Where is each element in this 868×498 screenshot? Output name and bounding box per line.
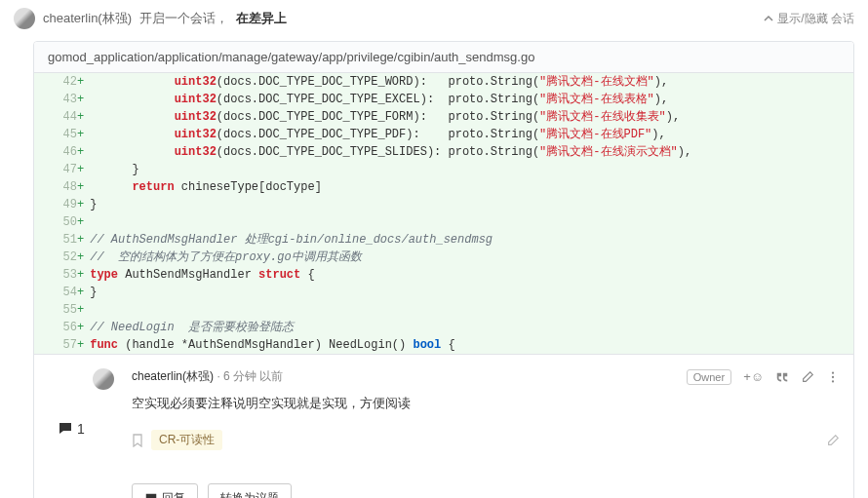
line-number: 57 <box>34 336 77 354</box>
svg-point-1 <box>832 376 834 378</box>
owner-badge: Owner <box>687 369 731 385</box>
line-content: +} <box>77 284 853 301</box>
line-content: + <box>77 301 853 319</box>
code-line: 49+} <box>34 196 853 213</box>
code-line: 46+ uint32(docs.DOC_TYPE_DOC_TYPE_SLIDES… <box>34 143 853 161</box>
line-number: 47 <box>34 161 77 178</box>
line-content: +// AuthSendMsgHandler 处理cgi-bin/online_… <box>77 231 853 249</box>
line-content: +type AuthSendMsgHandler struct { <box>77 266 853 284</box>
line-content: + uint32(docs.DOC_TYPE_DOC_TYPE_SLIDES):… <box>77 143 853 161</box>
edit-icon[interactable] <box>801 369 814 385</box>
line-number: 49 <box>34 196 77 213</box>
thread-target[interactable]: 在差异上 <box>236 10 287 27</box>
code-line: 44+ uint32(docs.DOC_TYPE_DOC_TYPE_FORM):… <box>34 108 853 126</box>
line-number: 53 <box>34 266 77 284</box>
line-number: 46 <box>34 143 77 161</box>
line-number: 55 <box>34 301 77 319</box>
line-number: 54 <box>34 284 77 301</box>
line-content: + uint32(docs.DOC_TYPE_DOC_TYPE_EXCEL): … <box>77 91 853 108</box>
line-content: + uint32(docs.DOC_TYPE_DOC_TYPE_WORD): p… <box>77 73 853 91</box>
line-content: +} <box>77 196 853 213</box>
code-line: 57+func (handle *AuthSendMsgHandler) Nee… <box>34 336 853 354</box>
line-number: 48 <box>34 178 77 196</box>
thread-verb: 开启一个会话， <box>139 10 228 27</box>
tag-chip[interactable]: CR-可读性 <box>151 430 222 450</box>
code-line: 56+// NeedLogin 是否需要校验登陆态 <box>34 319 853 336</box>
avatar <box>93 368 114 390</box>
chevron-up-icon <box>764 14 773 23</box>
code-line: 53+type AuthSendMsgHandler struct { <box>34 266 853 284</box>
comment-time: · 6 分钟 以前 <box>217 369 283 383</box>
svg-point-0 <box>832 372 834 374</box>
code-line: 51+// AuthSendMsgHandler 处理cgi-bin/onlin… <box>34 231 853 249</box>
comment-author[interactable]: cheaterlin(林强) <box>132 369 214 383</box>
thread-author: cheaterlin(林强) <box>43 10 132 27</box>
line-number: 45 <box>34 126 77 143</box>
line-content: +// 空的结构体为了方便在proxy.go中调用其函数 <box>77 249 853 266</box>
svg-point-2 <box>832 381 834 383</box>
convert-issue-button[interactable]: 转换为议题 <box>208 483 292 498</box>
code-table: 42+ uint32(docs.DOC_TYPE_DOC_TYPE_WORD):… <box>34 73 853 354</box>
quote-icon[interactable] <box>775 369 789 385</box>
line-content: +func (handle *AuthSendMsgHandler) NeedL… <box>77 336 853 354</box>
reply-button[interactable]: 回复 <box>132 483 198 498</box>
code-line: 52+// 空的结构体为了方便在proxy.go中调用其函数 <box>34 249 853 266</box>
thread-header: cheaterlin(林强) 开启一个会话， 在差异上 显示/隐藏 会话 <box>0 0 868 37</box>
reply-row: 回复 转换为议题 <box>34 470 853 498</box>
code-line: 50+ <box>34 213 853 231</box>
react-button[interactable]: +☺ <box>743 369 764 384</box>
line-number: 42 <box>34 73 77 91</box>
bookmark-icon[interactable] <box>132 433 143 448</box>
comment-count: 1 <box>58 421 85 437</box>
more-icon[interactable] <box>826 369 840 385</box>
comment-icon <box>58 421 73 437</box>
line-content: + } <box>77 161 853 178</box>
line-content: +// NeedLogin 是否需要校验登陆态 <box>77 319 853 336</box>
line-content: + return chineseType[docType] <box>77 178 853 196</box>
edit-tag-icon[interactable] <box>826 433 840 448</box>
line-number: 43 <box>34 91 77 108</box>
code-line: 42+ uint32(docs.DOC_TYPE_DOC_TYPE_WORD):… <box>34 73 853 91</box>
code-line: 47+ } <box>34 161 853 178</box>
comment-icon <box>144 492 158 499</box>
line-content: + uint32(docs.DOC_TYPE_DOC_TYPE_PDF): pr… <box>77 126 853 143</box>
code-line: 54+} <box>34 284 853 301</box>
comment-box: 1 cheaterlin(林强) · 6 分钟 以前 Owner +☺ <box>34 354 853 470</box>
line-content: + <box>77 213 853 231</box>
line-number: 51 <box>34 231 77 249</box>
code-line: 45+ uint32(docs.DOC_TYPE_DOC_TYPE_PDF): … <box>34 126 853 143</box>
line-number: 56 <box>34 319 77 336</box>
line-number: 52 <box>34 249 77 266</box>
diff-block: gomod_application/application/manage/gat… <box>33 41 854 498</box>
comment-body: 空实现必须要注释说明空实现就是实现，方便阅读 <box>132 395 840 412</box>
avatar <box>14 8 35 29</box>
line-number: 44 <box>34 108 77 126</box>
toggle-thread-button[interactable]: 显示/隐藏 会话 <box>764 11 854 27</box>
code-line: 43+ uint32(docs.DOC_TYPE_DOC_TYPE_EXCEL)… <box>34 91 853 108</box>
line-number: 50 <box>34 213 77 231</box>
line-content: + uint32(docs.DOC_TYPE_DOC_TYPE_FORM): p… <box>77 108 853 126</box>
code-line: 48+ return chineseType[docType] <box>34 178 853 196</box>
code-line: 55+ <box>34 301 853 319</box>
file-path[interactable]: gomod_application/application/manage/gat… <box>34 42 853 73</box>
